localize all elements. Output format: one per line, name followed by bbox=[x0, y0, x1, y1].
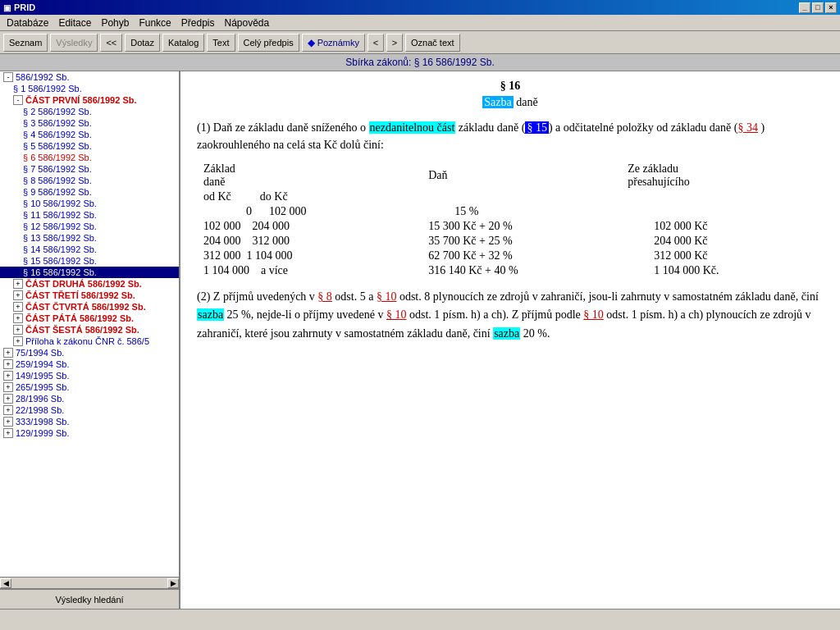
tree-item-cast2[interactable]: + ČÁST DRUHÁ 586/1992 Sb. bbox=[0, 278, 179, 290]
expand-icon[interactable]: + bbox=[3, 405, 13, 415]
menu-editace[interactable]: Editace bbox=[53, 16, 96, 30]
tree-item-28[interactable]: + 28/1996 Sb. bbox=[0, 393, 179, 404]
tree-link-cast2[interactable]: ČÁST DRUHÁ 586/1992 Sb. bbox=[25, 279, 142, 289]
expand-icon[interactable]: + bbox=[13, 336, 23, 346]
tree-link-p6[interactable]: § 6 586/1992 Sb. bbox=[23, 153, 92, 162]
tree-scrollbar-h[interactable]: ◀ ▶ bbox=[0, 577, 179, 588]
p10-link-1[interactable]: § 10 bbox=[377, 290, 397, 303]
tree-link-22[interactable]: 22/1998 Sb. bbox=[16, 405, 64, 415]
cely-predpis-button[interactable]: Celý předpis bbox=[238, 34, 299, 52]
expand-icon[interactable]: + bbox=[3, 348, 13, 358]
tree-link[interactable]: § 7 586/1992 Sb. bbox=[23, 164, 92, 174]
tree-item-p13[interactable]: § 13 586/1992 Sb. bbox=[0, 232, 179, 244]
tree-area[interactable]: - 586/1992 Sb. § 1 586/1992 Sb. - ČÁST P… bbox=[0, 71, 179, 577]
tree-item-586[interactable]: - 586/1992 Sb. bbox=[0, 71, 179, 83]
expand-icon[interactable]: - bbox=[13, 95, 23, 105]
tree-link-333[interactable]: 333/1998 Sb. bbox=[16, 417, 69, 427]
back-button[interactable]: << bbox=[100, 34, 122, 52]
tree-link[interactable]: § 5 586/1992 Sb. bbox=[23, 141, 92, 151]
tree-item-p12[interactable]: § 12 586/1992 Sb. bbox=[0, 221, 179, 232]
tree-link[interactable]: § 11 586/1992 Sb. bbox=[23, 210, 97, 220]
tree-link[interactable]: § 3 586/1992 Sb. bbox=[23, 118, 92, 128]
tree-link-75[interactable]: 75/1994 Sb. bbox=[16, 348, 64, 358]
p10-link-3[interactable]: § 10 bbox=[583, 308, 604, 321]
tree-link[interactable]: § 2 586/1992 Sb. bbox=[23, 107, 92, 116]
tree-item-p4[interactable]: § 4 586/1992 Sb. bbox=[0, 129, 179, 140]
minimize-button[interactable]: _ bbox=[799, 2, 810, 13]
tree-link[interactable]: § 1 586/1992 Sb. bbox=[13, 84, 82, 94]
dotaz-button[interactable]: Dotaz bbox=[125, 34, 160, 52]
tree-item-cast6[interactable]: + ČÁST ŠESTÁ 586/1992 Sb. bbox=[0, 324, 179, 336]
p10-link-2[interactable]: § 10 bbox=[386, 308, 407, 321]
tree-item-p6[interactable]: § 6 586/1992 Sb. bbox=[0, 152, 179, 163]
oznac-text-button[interactable]: Označ text bbox=[405, 34, 460, 52]
expand-icon[interactable]: + bbox=[3, 382, 13, 392]
window-controls[interactable]: _ □ × bbox=[799, 2, 837, 13]
tree-item-259[interactable]: + 259/1994 Sb. bbox=[0, 358, 179, 370]
menu-pohyb[interactable]: Pohyb bbox=[96, 16, 134, 30]
tree-link[interactable]: 586/1992 Sb. bbox=[16, 72, 69, 82]
tree-item-p3[interactable]: § 3 586/1992 Sb. bbox=[0, 117, 179, 129]
menu-napoveda[interactable]: Nápověda bbox=[219, 16, 274, 30]
tree-item-333[interactable]: + 333/1998 Sb. bbox=[0, 416, 179, 427]
maximize-button[interactable]: □ bbox=[812, 2, 824, 13]
tree-item-p5[interactable]: § 5 586/1992 Sb. bbox=[0, 140, 179, 152]
tree-item-22[interactable]: + 22/1998 Sb. bbox=[0, 404, 179, 416]
tree-link-28[interactable]: 28/1996 Sb. bbox=[16, 394, 64, 404]
expand-icon[interactable]: + bbox=[13, 279, 23, 289]
expand-icon[interactable]: + bbox=[3, 359, 13, 369]
poznamky-button[interactable]: ◆ Poznámky bbox=[302, 34, 365, 52]
katalog-button[interactable]: Katalog bbox=[162, 34, 204, 52]
tree-item-cast5[interactable]: + ČÁST PÁTÁ 586/1992 Sb. bbox=[0, 313, 179, 324]
p8-link[interactable]: § 8 bbox=[317, 290, 332, 303]
tree-link-cast5[interactable]: ČÁST PÁTÁ 586/1992 Sb. bbox=[25, 313, 134, 323]
menu-predpis[interactable]: Předpis bbox=[176, 16, 220, 30]
tree-link[interactable]: § 9 586/1992 Sb. bbox=[23, 187, 92, 197]
expand-icon[interactable]: + bbox=[13, 302, 23, 312]
tree-item-p1[interactable]: § 1 586/1992 Sb. bbox=[0, 83, 179, 94]
tree-link-cast6[interactable]: ČÁST ŠESTÁ 586/1992 Sb. bbox=[25, 325, 139, 335]
tree-link-265[interactable]: 265/1995 Sb. bbox=[16, 382, 69, 392]
tree-link[interactable]: § 14 586/1992 Sb. bbox=[23, 244, 97, 254]
tree-link-selected[interactable]: § 16 586/1992 Sb. bbox=[23, 267, 97, 277]
menu-databaze[interactable]: Databáze bbox=[2, 16, 53, 30]
next-button[interactable]: > bbox=[386, 34, 403, 52]
tree-item-149[interactable]: + 149/1995 Sb. bbox=[0, 370, 179, 381]
tree-item-p8[interactable]: § 8 586/1992 Sb. bbox=[0, 175, 179, 186]
tree-item-p16-selected[interactable]: § 16 586/1992 Sb. bbox=[0, 267, 179, 278]
tree-item-p10[interactable]: § 10 586/1992 Sb. bbox=[0, 198, 179, 209]
tree-item-cast3[interactable]: + ČÁST TŘETÍ 586/1992 Sb. bbox=[0, 290, 179, 301]
tree-link-259[interactable]: 259/1994 Sb. bbox=[16, 359, 69, 369]
expand-icon[interactable]: + bbox=[3, 394, 13, 404]
text-button[interactable]: Text bbox=[207, 34, 235, 52]
expand-icon[interactable]: + bbox=[13, 290, 23, 300]
close-button[interactable]: × bbox=[825, 2, 837, 13]
vysledky-button[interactable]: Výsledky bbox=[50, 34, 98, 52]
tree-link[interactable]: § 12 586/1992 Sb. bbox=[23, 221, 97, 231]
scroll-left[interactable]: ◀ bbox=[0, 578, 11, 588]
expand-icon[interactable]: + bbox=[3, 417, 13, 427]
tree-item-cast1[interactable]: - ČÁST PRVNÍ 586/1992 Sb. bbox=[0, 94, 179, 106]
expand-icon[interactable]: + bbox=[3, 371, 13, 381]
tree-item-p9[interactable]: § 9 586/1992 Sb. bbox=[0, 186, 179, 198]
tree-link-priloha[interactable]: Příloha k zákonu ČNR č. 586/5 bbox=[25, 336, 149, 346]
prev-button[interactable]: < bbox=[368, 34, 384, 52]
expand-icon[interactable]: + bbox=[3, 428, 13, 438]
tree-item-p7[interactable]: § 7 586/1992 Sb. bbox=[0, 163, 179, 175]
tree-item-p2[interactable]: § 2 586/1992 Sb. bbox=[0, 106, 179, 117]
tree-link[interactable]: § 4 586/1992 Sb. bbox=[23, 130, 92, 139]
tree-link-cast1[interactable]: ČÁST PRVNÍ 586/1992 Sb. bbox=[25, 95, 137, 105]
expand-icon[interactable]: + bbox=[13, 313, 23, 323]
tree-item-265[interactable]: + 265/1995 Sb. bbox=[0, 381, 179, 393]
scroll-right[interactable]: ▶ bbox=[167, 578, 179, 588]
menu-funkce[interactable]: Funkce bbox=[134, 16, 176, 30]
tree-item-p11[interactable]: § 11 586/1992 Sb. bbox=[0, 209, 179, 221]
p34-link[interactable]: § 34 bbox=[737, 121, 758, 134]
tree-item-75[interactable]: + 75/1994 Sb. bbox=[0, 347, 179, 358]
tree-link[interactable]: § 15 586/1992 Sb. bbox=[23, 256, 97, 266]
tree-link-129[interactable]: 129/1999 Sb. bbox=[16, 428, 69, 438]
tree-item-129[interactable]: + 129/1999 Sb. bbox=[0, 427, 179, 439]
tree-link-149[interactable]: 149/1995 Sb. bbox=[16, 371, 69, 381]
seznam-button[interactable]: Seznam bbox=[3, 34, 48, 52]
tree-link-cast3[interactable]: ČÁST TŘETÍ 586/1992 Sb. bbox=[25, 290, 135, 300]
